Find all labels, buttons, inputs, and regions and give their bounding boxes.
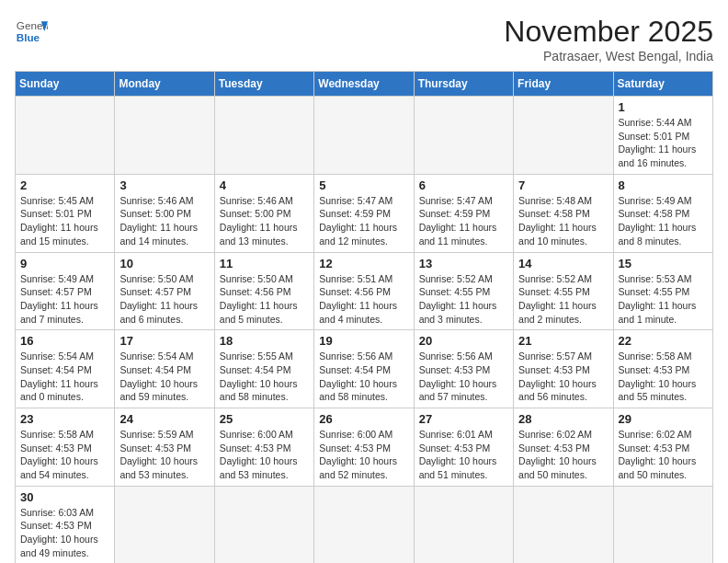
day-number: 2 <box>20 178 109 192</box>
day-info: Sunrise: 5:59 AM Sunset: 4:53 PM Dayligh… <box>119 428 209 482</box>
calendar-week-row: 2Sunrise: 5:45 AM Sunset: 5:01 PM Daylig… <box>16 174 713 252</box>
day-info: Sunrise: 5:45 AM Sunset: 5:01 PM Dayligh… <box>20 194 109 248</box>
day-number: 28 <box>518 412 608 426</box>
calendar-day-9: 9Sunrise: 5:49 AM Sunset: 4:57 PM Daylig… <box>16 252 115 330</box>
day-number: 5 <box>319 178 408 192</box>
day-number: 17 <box>119 334 209 348</box>
calendar-day-3: 3Sunrise: 5:46 AM Sunset: 5:00 PM Daylig… <box>115 174 214 252</box>
day-info: Sunrise: 6:02 AM Sunset: 4:53 PM Dayligh… <box>518 428 608 482</box>
day-info: Sunrise: 5:52 AM Sunset: 4:55 PM Dayligh… <box>518 272 608 327</box>
day-info: Sunrise: 5:50 AM Sunset: 4:57 PM Dayligh… <box>119 272 209 327</box>
header: General Blue November 2025 Patrasaer, We… <box>15 15 713 63</box>
day-info: Sunrise: 5:58 AM Sunset: 4:53 PM Dayligh… <box>20 428 109 482</box>
calendar-day-empty <box>16 97 115 175</box>
calendar-day-17: 17Sunrise: 5:54 AM Sunset: 4:54 PM Dayli… <box>115 330 214 408</box>
day-number: 11 <box>220 257 309 270</box>
day-number: 8 <box>619 178 708 192</box>
calendar-week-row: 30Sunrise: 6:03 AM Sunset: 4:53 PM Dayli… <box>16 486 713 563</box>
day-info: Sunrise: 5:53 AM Sunset: 4:55 PM Dayligh… <box>619 272 708 327</box>
day-info: Sunrise: 5:55 AM Sunset: 4:54 PM Dayligh… <box>220 350 309 404</box>
day-info: Sunrise: 5:47 AM Sunset: 4:59 PM Dayligh… <box>319 194 408 248</box>
calendar-day-18: 18Sunrise: 5:55 AM Sunset: 4:54 PM Dayli… <box>214 330 313 408</box>
calendar-day-27: 27Sunrise: 6:01 AM Sunset: 4:53 PM Dayli… <box>414 408 513 487</box>
calendar-day-16: 16Sunrise: 5:54 AM Sunset: 4:54 PM Dayli… <box>16 330 115 408</box>
day-info: Sunrise: 6:01 AM Sunset: 4:53 PM Dayligh… <box>419 428 508 482</box>
day-header-tuesday: Tuesday <box>214 72 313 97</box>
day-number: 19 <box>319 334 408 348</box>
logo: General Blue <box>15 15 48 48</box>
calendar-day-23: 23Sunrise: 5:58 AM Sunset: 4:53 PM Dayli… <box>16 408 115 487</box>
calendar-day-6: 6Sunrise: 5:47 AM Sunset: 4:59 PM Daylig… <box>414 174 513 252</box>
calendar-day-30: 30Sunrise: 6:03 AM Sunset: 4:53 PM Dayli… <box>16 486 115 563</box>
calendar-day-21: 21Sunrise: 5:57 AM Sunset: 4:53 PM Dayli… <box>514 330 613 408</box>
day-info: Sunrise: 5:46 AM Sunset: 5:00 PM Dayligh… <box>119 194 209 248</box>
day-number: 3 <box>119 178 209 192</box>
day-info: Sunrise: 6:00 AM Sunset: 4:53 PM Dayligh… <box>319 428 408 482</box>
day-header-wednesday: Wednesday <box>314 72 414 97</box>
calendar-day-empty <box>314 97 414 175</box>
calendar-day-1: 1Sunrise: 5:44 AM Sunset: 5:01 PM Daylig… <box>613 97 712 175</box>
day-number: 16 <box>20 334 109 348</box>
calendar-day-7: 7Sunrise: 5:48 AM Sunset: 4:58 PM Daylig… <box>514 174 613 252</box>
calendar-day-empty <box>514 486 613 563</box>
calendar-day-12: 12Sunrise: 5:51 AM Sunset: 4:56 PM Dayli… <box>314 252 414 330</box>
day-number: 30 <box>20 490 109 504</box>
calendar-table: SundayMondayTuesdayWednesdayThursdayFrid… <box>15 71 713 563</box>
calendar-day-empty <box>414 97 513 175</box>
title-area: November 2025 Patrasaer, West Bengal, In… <box>504 15 713 63</box>
day-number: 26 <box>319 412 408 426</box>
calendar-day-22: 22Sunrise: 5:58 AM Sunset: 4:53 PM Dayli… <box>613 330 712 408</box>
day-info: Sunrise: 5:44 AM Sunset: 5:01 PM Dayligh… <box>619 116 708 170</box>
calendar-day-15: 15Sunrise: 5:53 AM Sunset: 4:55 PM Dayli… <box>613 252 712 330</box>
day-number: 24 <box>119 412 209 426</box>
calendar-header-row: SundayMondayTuesdayWednesdayThursdayFrid… <box>16 72 713 97</box>
day-number: 9 <box>20 257 109 270</box>
day-number: 22 <box>619 334 708 348</box>
day-number: 4 <box>220 178 309 192</box>
calendar-day-empty <box>214 97 313 175</box>
day-header-saturday: Saturday <box>613 72 712 97</box>
calendar-title: November 2025 <box>504 15 713 49</box>
day-info: Sunrise: 5:47 AM Sunset: 4:59 PM Dayligh… <box>419 194 508 248</box>
calendar-day-28: 28Sunrise: 6:02 AM Sunset: 4:53 PM Dayli… <box>514 408 613 487</box>
calendar-day-empty <box>514 97 613 175</box>
day-number: 1 <box>619 100 708 114</box>
day-info: Sunrise: 6:02 AM Sunset: 4:53 PM Dayligh… <box>619 428 708 482</box>
day-number: 20 <box>419 334 508 348</box>
day-info: Sunrise: 5:58 AM Sunset: 4:53 PM Dayligh… <box>619 350 708 404</box>
calendar-day-empty <box>214 486 313 563</box>
day-info: Sunrise: 5:56 AM Sunset: 4:54 PM Dayligh… <box>319 350 408 404</box>
day-number: 27 <box>419 412 508 426</box>
calendar-day-29: 29Sunrise: 6:02 AM Sunset: 4:53 PM Dayli… <box>613 408 712 487</box>
day-number: 23 <box>20 412 109 426</box>
calendar-day-13: 13Sunrise: 5:52 AM Sunset: 4:55 PM Dayli… <box>414 252 513 330</box>
day-info: Sunrise: 6:00 AM Sunset: 4:53 PM Dayligh… <box>220 428 309 482</box>
day-info: Sunrise: 5:48 AM Sunset: 4:58 PM Dayligh… <box>518 194 608 248</box>
day-number: 12 <box>319 257 408 270</box>
calendar-day-5: 5Sunrise: 5:47 AM Sunset: 4:59 PM Daylig… <box>314 174 414 252</box>
calendar-week-row: 16Sunrise: 5:54 AM Sunset: 4:54 PM Dayli… <box>16 330 713 408</box>
calendar-week-row: 23Sunrise: 5:58 AM Sunset: 4:53 PM Dayli… <box>16 408 713 487</box>
day-info: Sunrise: 5:57 AM Sunset: 4:53 PM Dayligh… <box>518 350 608 404</box>
calendar-day-26: 26Sunrise: 6:00 AM Sunset: 4:53 PM Dayli… <box>314 408 414 487</box>
day-info: Sunrise: 5:50 AM Sunset: 4:56 PM Dayligh… <box>220 272 309 327</box>
day-header-friday: Friday <box>514 72 613 97</box>
day-info: Sunrise: 5:56 AM Sunset: 4:53 PM Dayligh… <box>419 350 508 404</box>
calendar-day-empty <box>314 486 414 563</box>
calendar-day-20: 20Sunrise: 5:56 AM Sunset: 4:53 PM Dayli… <box>414 330 513 408</box>
calendar-day-empty <box>414 486 513 563</box>
calendar-day-14: 14Sunrise: 5:52 AM Sunset: 4:55 PM Dayli… <box>514 252 613 330</box>
day-number: 14 <box>518 257 608 270</box>
day-number: 21 <box>518 334 608 348</box>
day-number: 25 <box>220 412 309 426</box>
day-number: 29 <box>619 412 708 426</box>
day-number: 15 <box>619 257 708 270</box>
day-number: 6 <box>419 178 508 192</box>
calendar-week-row: 1Sunrise: 5:44 AM Sunset: 5:01 PM Daylig… <box>16 97 713 175</box>
day-info: Sunrise: 6:03 AM Sunset: 4:53 PM Dayligh… <box>20 506 109 560</box>
day-header-thursday: Thursday <box>414 72 513 97</box>
day-info: Sunrise: 5:54 AM Sunset: 4:54 PM Dayligh… <box>119 350 209 404</box>
day-header-monday: Monday <box>115 72 214 97</box>
day-info: Sunrise: 5:49 AM Sunset: 4:58 PM Dayligh… <box>619 194 708 248</box>
day-info: Sunrise: 5:54 AM Sunset: 4:54 PM Dayligh… <box>20 350 109 404</box>
